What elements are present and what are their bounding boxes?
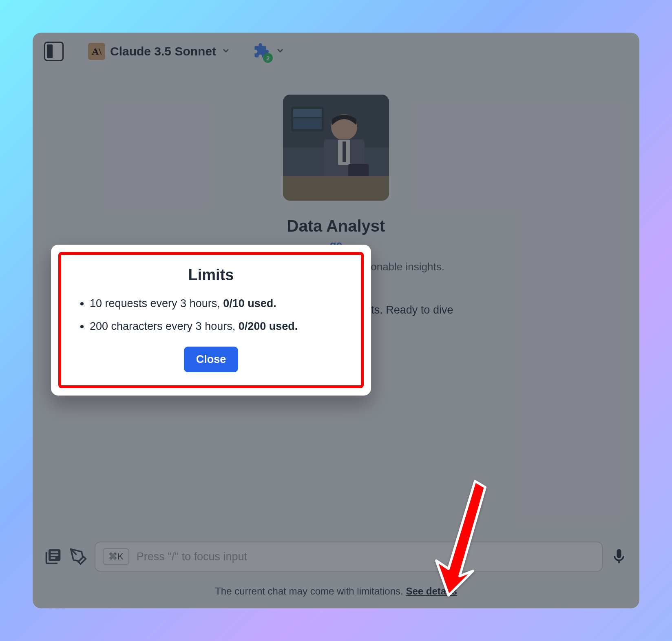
close-button[interactable]: Close	[184, 347, 239, 372]
limits-list: 10 requests every 3 hours, 0/10 used. 20…	[77, 296, 345, 334]
modal-title: Limits	[77, 266, 345, 284]
limit-item-characters: 200 characters every 3 hours, 0/200 used…	[90, 319, 345, 334]
limit-item-requests: 10 requests every 3 hours, 0/10 used.	[90, 296, 345, 312]
limits-modal: Limits 10 requests every 3 hours, 0/10 u…	[51, 245, 371, 396]
